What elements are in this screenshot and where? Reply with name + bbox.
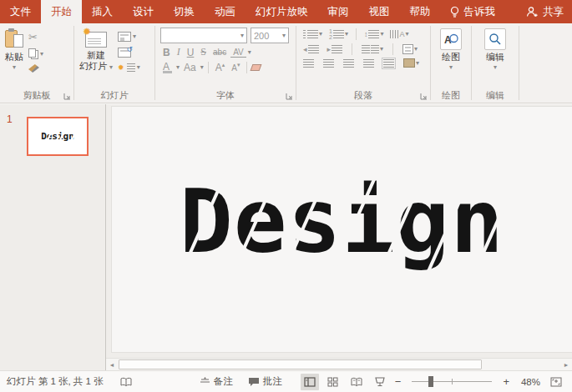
clipboard-dialog-launcher[interactable] [63,93,71,100]
slide-sorter-icon [327,377,338,387]
font-size-combobox[interactable]: 200▾ [251,28,289,43]
change-case-button[interactable]: Aa [181,62,199,73]
layout-icon [118,32,131,42]
notes-button[interactable]: 备注 [200,375,233,388]
tab-review[interactable]: 审阅 [318,0,359,23]
slide-text-block[interactable]: Design [180,173,504,271]
scrollbar-track[interactable] [118,359,560,370]
font-name-combobox[interactable]: ▾ [160,28,247,43]
bullets-icon [307,30,318,38]
tab-animations[interactable]: 动画 [205,0,246,23]
tab-design[interactable]: 设计 [123,0,164,23]
align-text-button[interactable]: ▾ [401,43,419,55]
format-painter-icon [28,64,39,73]
slide-thumbnail-1[interactable]: Design [27,117,89,156]
slides-group-label: 幻灯片 [74,89,154,102]
italic-button[interactable]: I [175,46,183,58]
tab-file[interactable]: 文件 [0,0,41,23]
slide-number: 1 [7,113,13,125]
zoom-out-button[interactable]: − [392,375,404,388]
paste-button[interactable]: 粘贴 ▾ [2,27,27,73]
align-center-button[interactable] [321,58,336,68]
reading-view-button[interactable] [347,374,366,390]
align-left-button[interactable] [301,58,316,68]
zoom-in-button[interactable]: + [500,375,512,388]
slide-layout-button[interactable]: ▾ [116,31,142,43]
copy-button[interactable]: ▾ [27,48,45,60]
font-group: ▾ 200▾ B I U S abc AV ▾ A ▾ Aa ▾ A▴ A▾ [155,23,296,103]
tab-view[interactable]: 视图 [359,0,400,23]
zoom-slider-thumb[interactable] [428,376,433,387]
design-stencil-text: Design [180,170,504,273]
paste-icon [5,28,23,50]
bold-button[interactable]: B [160,47,173,58]
decrease-indent-button[interactable]: ◂ [301,44,321,54]
view-switcher [301,374,389,390]
share-button[interactable]: 共享 [518,0,572,23]
font-dialog-launcher[interactable] [286,93,293,100]
spell-check-button[interactable] [120,377,132,387]
new-slide-button[interactable]: ✹ 新建幻灯片 ▾ [76,27,116,73]
search-magnifier-icon [484,28,506,50]
tab-home[interactable]: 开始 [41,0,82,23]
normal-view-button[interactable] [301,374,319,390]
comments-button[interactable]: 批注 [248,375,282,388]
increase-indent-button[interactable]: ▸ [326,44,345,54]
drawing-group-label: 绘图 [431,89,471,102]
character-spacing-button[interactable]: AV [230,48,246,58]
section-button[interactable]: ✹▾ [116,63,142,73]
smartart-icon [403,58,415,68]
spell-check-book-icon [120,377,132,387]
character-spacing-dropdown-icon[interactable]: ▾ [248,49,251,56]
font-color-dropdown-icon[interactable]: ▾ [176,64,180,71]
slideshow-icon [374,377,386,387]
numbering-button[interactable]: 12▾ [327,28,350,41]
notes-icon [200,377,210,386]
tell-me-button[interactable]: 告诉我 [441,0,504,23]
format-painter-button[interactable] [27,63,45,73]
grow-font-button[interactable]: A▴ [213,62,228,73]
columns-button[interactable]: ▾ [360,44,385,54]
bullets-button[interactable]: ▾ [301,29,324,39]
change-case-dropdown-icon[interactable]: ▾ [200,64,204,71]
paragraph-dialog-launcher[interactable] [420,93,428,100]
text-direction-button[interactable]: A▾ [388,29,410,39]
drawing-button[interactable]: A 绘图 ▾ [433,27,469,73]
font-color-button[interactable]: A [160,61,175,73]
clear-all-formatting-icon[interactable] [251,64,262,71]
tab-insert[interactable]: 插入 [82,0,123,23]
tab-slideshow[interactable]: 幻灯片放映 [246,0,318,23]
reset-icon: ↺ [118,48,131,58]
scroll-left-arrow[interactable]: ◄ [106,362,118,368]
scrollbar-thumb[interactable] [119,359,482,369]
main-area: 1 Design Design [0,104,572,370]
zoom-percentage[interactable]: 48% [515,377,540,387]
paste-dropdown-icon[interactable]: ▾ [13,64,16,71]
slide-canvas[interactable]: Design [111,106,572,353]
fit-slide-to-window-button[interactable] [547,374,565,390]
editing-button[interactable]: 编辑 ▾ [473,27,517,73]
line-spacing-button[interactable]: ↕▾ [362,29,386,39]
clipboard-group-label: 剪贴板 [0,89,73,102]
scroll-right-arrow[interactable]: ► [560,362,572,368]
share-person-icon [526,6,539,18]
clear-formatting-abc-button[interactable]: abc [210,48,229,57]
distribute-button[interactable] [382,58,396,68]
horizontal-scrollbar[interactable]: ◄ ► [106,358,572,370]
justify-button[interactable] [362,58,376,68]
tab-transitions[interactable]: 切换 [164,0,205,23]
cut-button[interactable]: ✂ [27,30,45,44]
align-right-icon [343,59,354,68]
slide-sorter-view-button[interactable] [324,374,342,390]
columns-icon [362,45,370,53]
align-right-button[interactable] [342,58,356,68]
strikethrough-button[interactable]: S [198,46,209,58]
slideshow-view-button[interactable] [371,374,389,390]
shrink-font-button[interactable]: A▾ [229,62,242,73]
underline-button[interactable]: U [185,47,197,58]
convert-smartart-button[interactable]: ▾ [402,58,421,68]
tab-help[interactable]: 帮助 [400,0,441,23]
zoom-slider[interactable] [412,381,492,382]
group-separator [519,26,519,100]
reset-slide-button[interactable]: ↺ [116,47,142,58]
